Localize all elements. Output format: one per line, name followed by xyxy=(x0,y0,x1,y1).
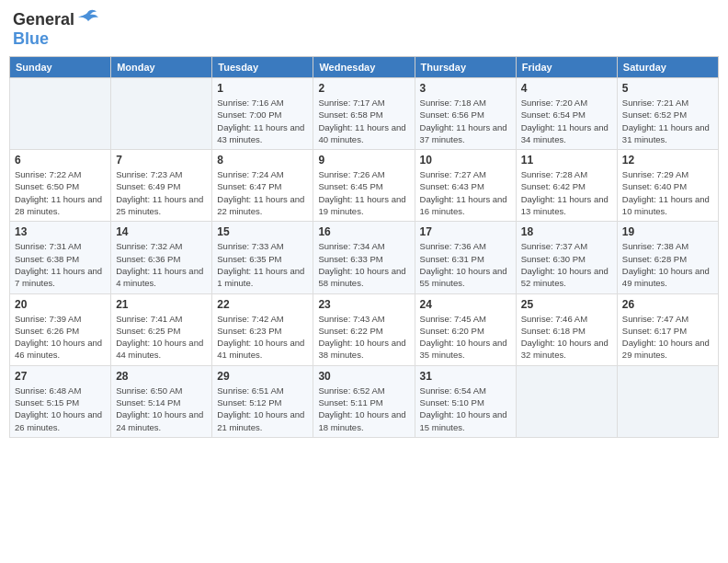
calendar-cell: 25Sunrise: 7:46 AMSunset: 6:18 PMDayligh… xyxy=(516,293,617,365)
page-header: General Blue xyxy=(9,9,719,49)
day-info: Sunrise: 7:41 AMSunset: 6:25 PMDaylight:… xyxy=(116,313,207,362)
day-info: Sunrise: 6:48 AMSunset: 5:15 PMDaylight:… xyxy=(15,385,106,433)
calendar-cell: 6Sunrise: 7:22 AMSunset: 6:50 PMDaylight… xyxy=(10,150,111,222)
day-info: Sunrise: 7:23 AMSunset: 6:49 PMDaylight:… xyxy=(116,168,207,217)
day-number: 17 xyxy=(420,225,511,238)
day-number: 12 xyxy=(622,154,713,167)
day-number: 10 xyxy=(420,154,511,167)
calendar-cell: 27Sunrise: 6:48 AMSunset: 5:15 PMDayligh… xyxy=(10,365,111,437)
day-number: 3 xyxy=(420,82,511,95)
day-info: Sunrise: 6:51 AMSunset: 5:12 PMDaylight:… xyxy=(217,385,308,433)
calendar-cell xyxy=(10,78,111,150)
calendar-cell xyxy=(516,365,617,437)
day-number: 21 xyxy=(116,298,207,311)
day-info: Sunrise: 6:52 AMSunset: 5:11 PMDaylight:… xyxy=(318,385,409,433)
calendar-cell: 31Sunrise: 6:54 AMSunset: 5:10 PMDayligh… xyxy=(415,365,516,437)
day-number: 15 xyxy=(217,225,308,238)
calendar-cell: 2Sunrise: 7:17 AMSunset: 6:58 PMDaylight… xyxy=(313,78,415,150)
day-info: Sunrise: 7:16 AMSunset: 7:00 PMDaylight:… xyxy=(217,97,308,145)
column-header-tuesday: Tuesday xyxy=(212,57,313,78)
calendar-cell: 18Sunrise: 7:37 AMSunset: 6:30 PMDayligh… xyxy=(516,222,617,293)
day-info: Sunrise: 7:22 AMSunset: 6:50 PMDaylight:… xyxy=(15,168,106,217)
day-number: 20 xyxy=(15,298,106,311)
calendar-cell: 7Sunrise: 7:23 AMSunset: 6:49 PMDaylight… xyxy=(111,150,212,222)
day-info: Sunrise: 7:17 AMSunset: 6:58 PMDaylight:… xyxy=(318,97,409,145)
day-number: 26 xyxy=(622,298,713,311)
day-info: Sunrise: 7:32 AMSunset: 6:36 PMDaylight:… xyxy=(116,240,207,289)
day-info: Sunrise: 7:42 AMSunset: 6:23 PMDaylight:… xyxy=(217,313,308,362)
day-info: Sunrise: 6:54 AMSunset: 5:10 PMDaylight:… xyxy=(420,385,511,433)
day-number: 31 xyxy=(420,370,511,383)
logo-general-text: General xyxy=(13,10,74,29)
day-info: Sunrise: 7:45 AMSunset: 6:20 PMDaylight:… xyxy=(420,313,511,362)
day-info: Sunrise: 7:39 AMSunset: 6:26 PMDaylight:… xyxy=(15,313,106,362)
calendar-week-4: 20Sunrise: 7:39 AMSunset: 6:26 PMDayligh… xyxy=(10,293,719,365)
day-info: Sunrise: 7:47 AMSunset: 6:17 PMDaylight:… xyxy=(622,313,713,362)
calendar-header-row: SundayMondayTuesdayWednesdayThursdayFrid… xyxy=(10,57,719,78)
day-info: Sunrise: 7:38 AMSunset: 6:28 PMDaylight:… xyxy=(622,240,713,289)
calendar-cell: 1Sunrise: 7:16 AMSunset: 7:00 PMDaylight… xyxy=(212,78,313,150)
calendar-cell: 21Sunrise: 7:41 AMSunset: 6:25 PMDayligh… xyxy=(111,293,212,365)
calendar-cell: 15Sunrise: 7:33 AMSunset: 6:35 PMDayligh… xyxy=(212,222,313,293)
day-info: Sunrise: 7:21 AMSunset: 6:52 PMDaylight:… xyxy=(622,97,713,145)
day-number: 27 xyxy=(15,370,106,383)
calendar-cell: 12Sunrise: 7:29 AMSunset: 6:40 PMDayligh… xyxy=(617,150,718,222)
logo: General Blue xyxy=(13,9,98,49)
calendar-cell xyxy=(111,78,212,150)
calendar-cell: 8Sunrise: 7:24 AMSunset: 6:47 PMDaylight… xyxy=(212,150,313,222)
day-info: Sunrise: 7:24 AMSunset: 6:47 PMDaylight:… xyxy=(217,168,308,217)
calendar-cell: 5Sunrise: 7:21 AMSunset: 6:52 PMDaylight… xyxy=(617,78,718,150)
day-number: 11 xyxy=(521,154,612,167)
day-number: 13 xyxy=(15,225,106,238)
day-info: Sunrise: 7:37 AMSunset: 6:30 PMDaylight:… xyxy=(521,240,612,289)
day-info: Sunrise: 7:36 AMSunset: 6:31 PMDaylight:… xyxy=(420,240,511,289)
day-number: 30 xyxy=(318,370,409,383)
day-info: Sunrise: 7:20 AMSunset: 6:54 PMDaylight:… xyxy=(521,97,612,145)
day-number: 23 xyxy=(318,298,409,311)
calendar-week-2: 6Sunrise: 7:22 AMSunset: 6:50 PMDaylight… xyxy=(10,150,719,222)
day-info: Sunrise: 7:28 AMSunset: 6:42 PMDaylight:… xyxy=(521,168,612,217)
day-info: Sunrise: 6:50 AMSunset: 5:14 PMDaylight:… xyxy=(116,385,207,433)
calendar-cell: 24Sunrise: 7:45 AMSunset: 6:20 PMDayligh… xyxy=(415,293,516,365)
day-number: 18 xyxy=(521,225,612,238)
logo-blue-text: Blue xyxy=(13,29,49,48)
day-info: Sunrise: 7:34 AMSunset: 6:33 PMDaylight:… xyxy=(318,240,409,289)
day-number: 7 xyxy=(116,154,207,167)
day-number: 24 xyxy=(420,298,511,311)
day-number: 1 xyxy=(217,82,308,95)
day-info: Sunrise: 7:31 AMSunset: 6:38 PMDaylight:… xyxy=(15,240,106,289)
calendar-cell: 29Sunrise: 6:51 AMSunset: 5:12 PMDayligh… xyxy=(212,365,313,437)
day-number: 6 xyxy=(15,154,106,167)
day-number: 14 xyxy=(116,225,207,238)
day-info: Sunrise: 7:26 AMSunset: 6:45 PMDaylight:… xyxy=(318,168,409,217)
calendar-cell: 23Sunrise: 7:43 AMSunset: 6:22 PMDayligh… xyxy=(313,293,415,365)
column-header-wednesday: Wednesday xyxy=(313,57,415,78)
column-header-saturday: Saturday xyxy=(617,57,718,78)
column-header-friday: Friday xyxy=(516,57,617,78)
calendar-cell: 26Sunrise: 7:47 AMSunset: 6:17 PMDayligh… xyxy=(617,293,718,365)
calendar-week-5: 27Sunrise: 6:48 AMSunset: 5:15 PMDayligh… xyxy=(10,365,719,437)
calendar-cell: 20Sunrise: 7:39 AMSunset: 6:26 PMDayligh… xyxy=(10,293,111,365)
column-header-monday: Monday xyxy=(111,57,212,78)
calendar-week-1: 1Sunrise: 7:16 AMSunset: 7:00 PMDaylight… xyxy=(10,78,719,150)
day-number: 4 xyxy=(521,82,612,95)
calendar-cell: 19Sunrise: 7:38 AMSunset: 6:28 PMDayligh… xyxy=(617,222,718,293)
day-number: 29 xyxy=(217,370,308,383)
day-number: 22 xyxy=(217,298,308,311)
day-number: 19 xyxy=(622,225,713,238)
calendar-cell xyxy=(617,365,718,437)
day-number: 9 xyxy=(318,154,409,167)
day-info: Sunrise: 7:46 AMSunset: 6:18 PMDaylight:… xyxy=(521,313,612,362)
calendar-cell: 4Sunrise: 7:20 AMSunset: 6:54 PMDaylight… xyxy=(516,78,617,150)
calendar-cell: 13Sunrise: 7:31 AMSunset: 6:38 PMDayligh… xyxy=(10,222,111,293)
calendar-cell: 3Sunrise: 7:18 AMSunset: 6:56 PMDaylight… xyxy=(415,78,516,150)
calendar-cell: 10Sunrise: 7:27 AMSunset: 6:43 PMDayligh… xyxy=(415,150,516,222)
column-header-thursday: Thursday xyxy=(415,57,516,78)
calendar-cell: 11Sunrise: 7:28 AMSunset: 6:42 PMDayligh… xyxy=(516,150,617,222)
day-number: 16 xyxy=(318,225,409,238)
calendar-week-3: 13Sunrise: 7:31 AMSunset: 6:38 PMDayligh… xyxy=(10,222,719,293)
day-number: 2 xyxy=(318,82,409,95)
calendar-cell: 16Sunrise: 7:34 AMSunset: 6:33 PMDayligh… xyxy=(313,222,415,293)
day-number: 28 xyxy=(116,370,207,383)
calendar-cell: 17Sunrise: 7:36 AMSunset: 6:31 PMDayligh… xyxy=(415,222,516,293)
